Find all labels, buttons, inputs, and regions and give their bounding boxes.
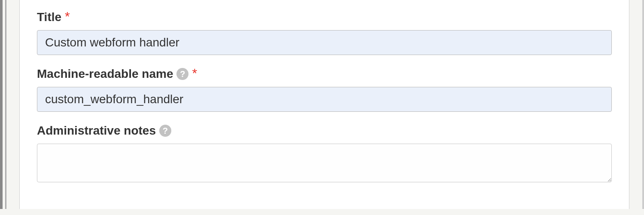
help-icon[interactable]: ? [159, 125, 171, 137]
admin-notes-textarea[interactable] [37, 144, 612, 182]
machine-name-label: Machine-readable name ? * [37, 67, 612, 81]
form-item-machine-name: Machine-readable name ? * [37, 67, 612, 112]
help-icon[interactable]: ? [176, 68, 188, 80]
title-label: Title * [37, 10, 612, 24]
settings-panel: GENERAL SETTINGS Title * Machine-readabl… [19, 0, 629, 209]
form-item-title: Title * [37, 10, 612, 55]
modal-inner-frame: GENERAL SETTINGS Title * Machine-readabl… [5, 0, 643, 209]
title-label-text: Title [37, 10, 61, 24]
required-mark-icon: * [65, 10, 70, 23]
admin-notes-label-text: Administrative notes [37, 124, 156, 138]
required-mark-icon: * [192, 67, 197, 80]
machine-name-label-text: Machine-readable name [37, 67, 173, 81]
modal-outer-frame: GENERAL SETTINGS Title * Machine-readabl… [0, 0, 644, 209]
form-item-admin-notes: Administrative notes ? [37, 124, 612, 184]
title-input[interactable] [37, 30, 612, 55]
machine-name-input[interactable] [37, 87, 612, 112]
admin-notes-label: Administrative notes ? [37, 124, 612, 138]
